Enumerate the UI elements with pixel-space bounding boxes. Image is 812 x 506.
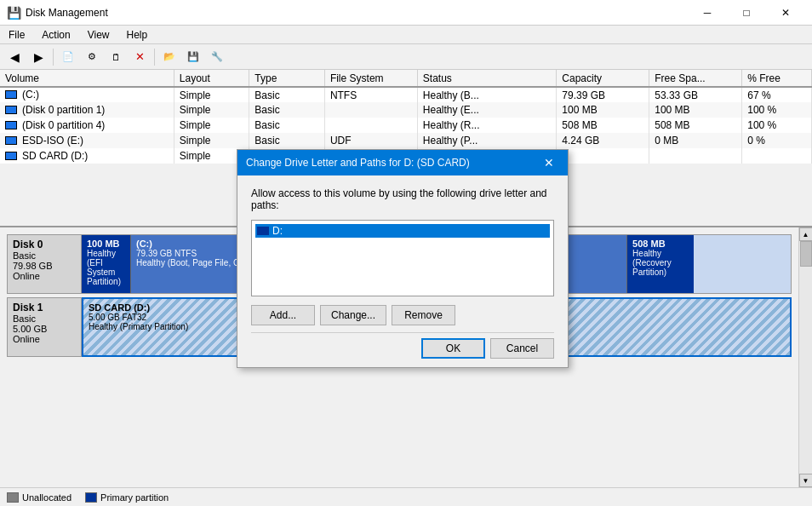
listbox-drive-item[interactable]: D: [255, 224, 550, 238]
drive-letter-label: D: [272, 225, 283, 237]
dialog-listbox[interactable]: D: [251, 220, 554, 296]
dialog-close-button[interactable]: ✕ [539, 152, 559, 173]
dialog-body: Allow access to this volume by using the… [237, 175, 568, 367]
change-drive-dialog: Change Drive Letter and Paths for D: (SD… [237, 149, 569, 368]
dialog-description: Allow access to this volume by using the… [251, 187, 554, 211]
drive-letter-icon [257, 227, 269, 235]
ok-button[interactable]: OK [421, 338, 485, 359]
add-button[interactable]: Add... [251, 305, 315, 325]
dialog-title: Change Drive Letter and Paths for D: (SD… [246, 157, 539, 169]
dialog-overlay: Change Drive Letter and Paths for D: (SD… [0, 0, 812, 506]
cancel-button[interactable]: Cancel [490, 338, 554, 359]
dialog-confirm-buttons: OK Cancel [251, 338, 554, 359]
dialog-action-buttons: Add... Change... Remove [251, 305, 554, 325]
remove-button[interactable]: Remove [392, 305, 455, 325]
change-button[interactable]: Change... [320, 305, 386, 325]
dialog-title-bar: Change Drive Letter and Paths for D: (SD… [237, 150, 568, 175]
